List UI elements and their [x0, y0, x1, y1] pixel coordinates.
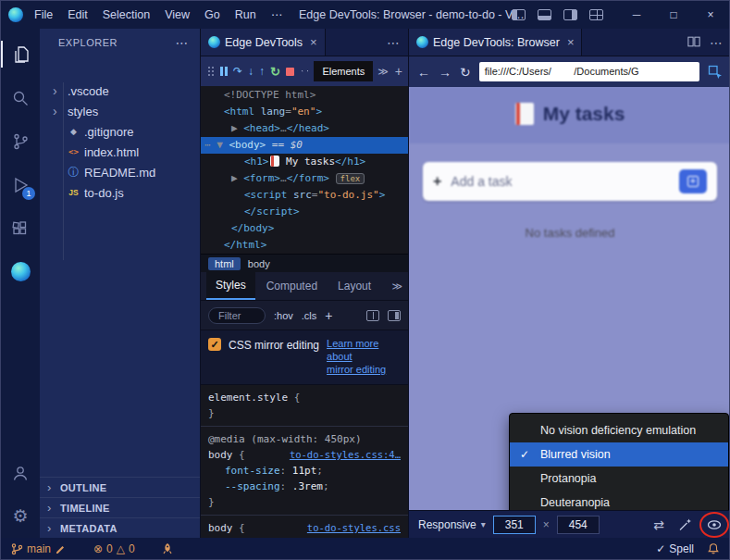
dom-node-line[interactable]: <!DOCTYPE html>: [201, 87, 408, 104]
menu-go[interactable]: Go: [197, 1, 228, 29]
toggle-element-state-button[interactable]: :hov: [274, 310, 293, 321]
accounts-button[interactable]: [1, 451, 40, 494]
file-index-html[interactable]: <>index.html: [40, 142, 200, 162]
section-outline[interactable]: ›OUTLINE: [40, 477, 200, 497]
tab-elements[interactable]: Elements: [314, 61, 373, 81]
open-devtools-inspect-icon[interactable]: [708, 65, 723, 80]
step-over-button[interactable]: ↷: [233, 66, 242, 77]
dom-node-line[interactable]: ⋯ ▼ <body> == $0: [201, 137, 408, 154]
dom-node-line[interactable]: <html lang="en">: [201, 104, 408, 120]
file--gitignore[interactable]: ◆.gitignore: [40, 121, 200, 142]
sidebar-item-extensions[interactable]: [1, 206, 40, 250]
device-emulation-icon[interactable]: [307, 65, 309, 78]
restart-button[interactable]: ↻: [270, 66, 280, 78]
tab-layout[interactable]: Layout: [328, 273, 380, 299]
dock-styles-icon[interactable]: [388, 310, 401, 321]
menu-run[interactable]: Run: [228, 1, 264, 29]
menu-file[interactable]: File: [27, 1, 60, 29]
deploy-indicator[interactable]: [161, 542, 174, 555]
browser-more-actions-icon[interactable]: ⋯: [710, 35, 723, 50]
element-states-grid-icon[interactable]: [366, 310, 379, 321]
new-style-rule-icon[interactable]: +: [325, 308, 332, 323]
more-style-tabs-icon[interactable]: ≫: [391, 280, 402, 292]
viewport-width-input[interactable]: [493, 516, 536, 534]
problems-indicator[interactable]: ⊗ 0 △ 0: [93, 542, 135, 555]
style-rule-selector[interactable]: to-do-styles.cssbody {: [208, 520, 401, 536]
vision-deficiency-button[interactable]: [707, 517, 722, 532]
close-tab-icon[interactable]: ×: [567, 35, 575, 49]
dom-node-line[interactable]: <script src="to-do.js">: [201, 187, 408, 204]
tab-edge-devtools-browser[interactable]: Edge DevTools: Browser ×: [409, 29, 582, 56]
explorer-more-actions-icon[interactable]: ⋯: [176, 35, 190, 50]
dom-node-line[interactable]: </body>: [201, 220, 408, 237]
filter-input[interactable]: Filter: [208, 307, 266, 324]
dom-node-line[interactable]: </html>: [201, 237, 408, 254]
menu-selection[interactable]: Selection: [95, 1, 157, 29]
css-property[interactable]: font-size: 11pt;: [208, 463, 401, 479]
branch-indicator[interactable]: main: [10, 542, 68, 555]
menu-edit[interactable]: Edit: [60, 1, 95, 29]
more-tools-icon[interactable]: ≫: [377, 66, 390, 78]
drag-handle-icon[interactable]: [208, 67, 215, 76]
menu-item-blurred-vision[interactable]: ✓Blurred vision: [510, 442, 728, 467]
maximize-button[interactable]: □: [655, 1, 692, 29]
element-classes-button[interactable]: .cls: [302, 310, 317, 321]
inspect-element-icon[interactable]: [302, 65, 303, 78]
file-styles[interactable]: ›styles: [40, 101, 200, 121]
step-out-button[interactable]: ↑: [259, 66, 265, 77]
tab-styles[interactable]: Styles: [206, 272, 255, 300]
settings-button[interactable]: ⚙: [1, 494, 40, 538]
back-button[interactable]: ←: [417, 66, 430, 79]
tab-edge-devtools[interactable]: Edge DevTools ×: [201, 29, 326, 56]
dom-node-line[interactable]: ▶ <form>…</form> flex: [201, 170, 408, 187]
style-rule-selector[interactable]: element.style {: [208, 390, 401, 405]
css-property[interactable]: --spacing: .3rem;: [208, 479, 401, 494]
dom-node-line[interactable]: ▶ <head>…</head>: [201, 120, 408, 137]
sidebar-item-search[interactable]: [1, 76, 40, 119]
close-button[interactable]: ×: [692, 1, 729, 29]
tab-computed[interactable]: Computed: [257, 273, 327, 299]
add-task-button[interactable]: [679, 169, 707, 193]
file-to-do-js[interactable]: JSto-do.js: [40, 182, 200, 203]
file-readme-md[interactable]: ⓘREADME.md: [40, 162, 200, 182]
pause-button[interactable]: [220, 67, 228, 76]
dom-node-line[interactable]: <h1> My tasks</h1>: [201, 154, 408, 170]
sidebar-item-run-debug[interactable]: 1: [1, 163, 40, 206]
menu-item-no-vision-deficiency-emulation[interactable]: No vision deficiency emulation: [510, 418, 728, 442]
stylesheet-link[interactable]: to-do-styles.css: [307, 520, 401, 536]
forward-button[interactable]: →: [439, 66, 452, 79]
emulation-wand-icon[interactable]: [678, 517, 693, 532]
close-tab-icon[interactable]: ×: [310, 35, 317, 49]
toggle-secondary-sidebar-icon[interactable]: [563, 9, 577, 20]
style-rule-selector[interactable]: to-do-styles.css:4…body {: [208, 447, 401, 463]
sidebar-item-explorer[interactable]: [1, 32, 40, 76]
rotate-viewport-icon[interactable]: ⇄: [653, 517, 664, 532]
section-timeline[interactable]: ›TIMELINE: [40, 497, 200, 517]
spell-checker-indicator[interactable]: ✓ Spell: [656, 542, 694, 555]
breadcrumb-body[interactable]: body: [248, 258, 270, 269]
menu-more[interactable]: ⋯: [264, 1, 291, 29]
stop-button[interactable]: [286, 68, 294, 76]
editor-more-actions-icon[interactable]: ⋯: [387, 35, 400, 50]
split-editor-icon[interactable]: [687, 34, 700, 51]
menu-view[interactable]: View: [157, 1, 197, 29]
section-metadata[interactable]: ›METADATA: [40, 517, 200, 538]
step-into-button[interactable]: ↓: [248, 66, 254, 77]
add-task-input[interactable]: + Add a task: [423, 162, 717, 201]
minimize-button[interactable]: ─: [618, 1, 655, 29]
css-mirror-checkbox[interactable]: ✓: [208, 338, 221, 351]
menu-item-protanopia[interactable]: Protanopia: [510, 467, 728, 491]
dom-node-line[interactable]: </script>: [201, 204, 408, 220]
breadcrumb-html[interactable]: html: [208, 257, 241, 270]
notifications-bell-icon[interactable]: [707, 542, 720, 555]
device-mode-dropdown[interactable]: Responsive ▾: [418, 518, 486, 531]
sidebar-item-edge-devtools[interactable]: [1, 250, 40, 293]
toggle-primary-sidebar-icon[interactable]: [512, 9, 526, 20]
url-bar[interactable]: file:///C:/Users/ /Documents/G: [479, 62, 699, 81]
sidebar-item-source-control[interactable]: [1, 119, 40, 163]
file--vscode[interactable]: ›.vscode: [40, 81, 200, 101]
add-tool-icon[interactable]: +: [393, 64, 404, 79]
mirror-editing-learn-more-link[interactable]: Learn more about mirror editing: [327, 337, 401, 376]
menu-item-deuteranopia[interactable]: Deuteranopia: [510, 491, 728, 510]
stylesheet-link[interactable]: to-do-styles.css:4…: [290, 447, 401, 463]
